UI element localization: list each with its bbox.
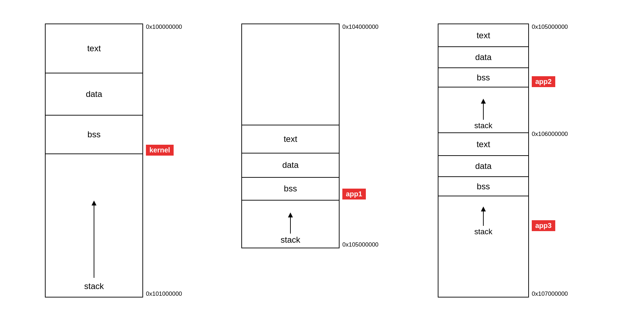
kernel-badge: kernel: [146, 145, 174, 156]
app2-badge: app2: [532, 76, 555, 87]
app1-diagram: text data bss stack: [241, 24, 403, 248]
app23-addr-mid: 0x106000000: [532, 131, 568, 138]
kernel-badge-wrapper: kernel: [146, 145, 174, 156]
app1-data-segment: data: [242, 153, 339, 178]
app1-stack-label: stack: [281, 234, 300, 245]
app1-memory-box: text data bss stack: [241, 24, 340, 248]
kernel-stack-label: stack: [84, 278, 104, 291]
kernel-bss-segment: bss: [46, 116, 142, 154]
app1-stack-segment: stack: [242, 201, 339, 248]
app2-data-segment: data: [438, 47, 528, 68]
app23-diagram: text data bss stack text: [438, 24, 599, 297]
app3-text-segment: text: [438, 133, 528, 156]
app1-badge-wrapper: app1: [342, 189, 366, 199]
app3-stack-label: stack: [474, 227, 492, 236]
app3-stack-segment: stack: [438, 196, 528, 238]
app2-text-segment: text: [438, 24, 528, 47]
app2-bss-segment: bss: [438, 68, 528, 87]
app1-addr-top: 0x104000000: [342, 24, 378, 31]
kernel-diagram: text data bss stack: [45, 24, 206, 297]
kernel-stack-segment: stack: [46, 154, 142, 295]
app1-empty-top: [242, 24, 339, 125]
app2-stack-segment: stack: [438, 87, 528, 133]
app1-text-segment: text: [242, 125, 339, 153]
kernel-addr-top: 0x100000000: [146, 24, 182, 31]
app23-memory-box: text data bss stack text: [438, 24, 529, 297]
kernel-data-segment: data: [46, 73, 142, 116]
app1-badge: app1: [342, 189, 366, 199]
app23-addr-bottom: 0x107000000: [532, 290, 568, 297]
app1-addr-bottom: 0x105000000: [342, 241, 378, 248]
kernel-addr-bottom: 0x101000000: [146, 290, 182, 297]
app23-addr-top: 0x105000000: [532, 24, 568, 31]
app3-badge: app3: [532, 220, 555, 231]
kernel-text-segment: text: [46, 24, 142, 73]
diagrams-container: text data bss stack: [45, 17, 599, 297]
kernel-memory-box: text data bss stack: [45, 24, 143, 297]
app3-data-segment: data: [438, 156, 528, 177]
app3-badge-wrapper: app3: [532, 220, 555, 231]
app1-bss-segment: bss: [242, 178, 339, 201]
app2-badge-wrapper: app2: [532, 76, 555, 87]
app2-stack-label: stack: [474, 121, 492, 130]
app3-bss-segment: bss: [438, 177, 528, 196]
